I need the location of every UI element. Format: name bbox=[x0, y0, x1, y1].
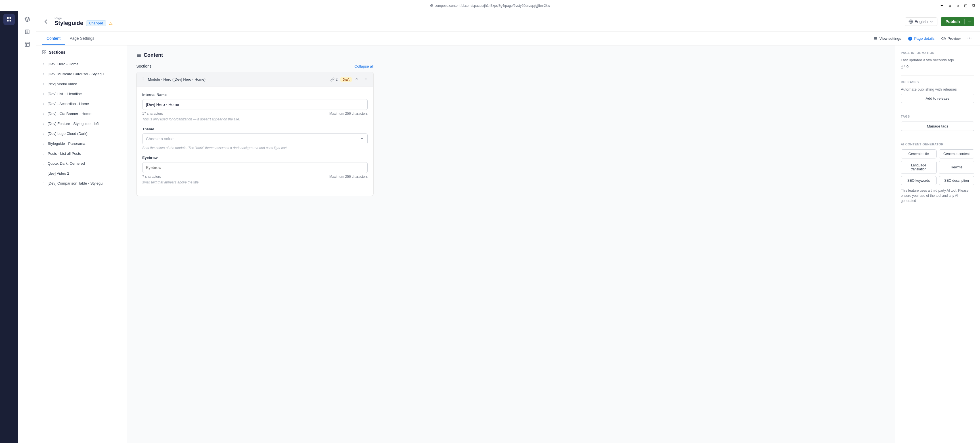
view-settings-button[interactable]: View settings bbox=[870, 35, 904, 43]
section-item-logo[interactable]: [Dev] Logo Cloud (Dark) bbox=[37, 129, 127, 139]
nav-compose-icon[interactable] bbox=[22, 14, 33, 25]
generate-content-button[interactable]: Generate content bbox=[939, 149, 975, 158]
extension-icon-4[interactable]: ⊡ bbox=[963, 3, 969, 8]
seo-keywords-button[interactable]: SEO keywords bbox=[901, 176, 937, 185]
internal-name-field: Internal Name 17 characters Maximum 256 … bbox=[142, 92, 368, 121]
theme-select[interactable]: Choose a value bbox=[142, 134, 368, 144]
extension-icon-1[interactable]: ✦ bbox=[939, 3, 945, 8]
generate-title-button[interactable]: Generate title bbox=[901, 149, 937, 158]
svg-point-21 bbox=[143, 80, 144, 80]
svg-point-22 bbox=[364, 79, 364, 80]
header-right: English Publish bbox=[905, 17, 974, 26]
page-header: Page Styleguide Changed ⚠ English Publis… bbox=[37, 11, 980, 32]
svg-rect-15 bbox=[45, 53, 46, 54]
internal-name-max: Maximum 256 characters bbox=[329, 112, 368, 116]
section-item-comparison[interactable]: [Dev] Comparison Table - Stylegui bbox=[37, 178, 127, 188]
svg-rect-2 bbox=[10, 18, 11, 19]
module-hero-header: Module - Hero ([Dev] Hero - Home) 2 Draf… bbox=[137, 72, 373, 87]
page-details-button[interactable]: Page details bbox=[905, 35, 937, 43]
app-sidebar bbox=[0, 11, 18, 443]
nav-media-icon[interactable] bbox=[22, 38, 33, 50]
drag-handle[interactable] bbox=[141, 77, 145, 82]
language-label: English bbox=[915, 19, 928, 24]
content-header: Content bbox=[136, 52, 374, 58]
sections-title: Sections bbox=[49, 50, 65, 54]
divider-1 bbox=[901, 75, 974, 76]
releases-desc: Automate publishing with releases bbox=[901, 87, 974, 91]
sidebar-toggle-icon[interactable]: ⧉ bbox=[971, 3, 977, 8]
back-button[interactable] bbox=[42, 18, 50, 25]
section-item-accordion[interactable]: [Dev] - Accordion - Home bbox=[37, 99, 127, 109]
preview-button[interactable]: Preview bbox=[939, 35, 964, 43]
svg-point-18 bbox=[142, 79, 143, 79]
url-bar: compose.contentful.com/spaces/jh1n7xpsj7… bbox=[430, 4, 550, 8]
internal-name-input[interactable] bbox=[142, 99, 368, 110]
module-hero-block: Module - Hero ([Dev] Hero - Home) 2 Draf… bbox=[136, 72, 374, 196]
extension-icon-2[interactable]: ◈ bbox=[947, 3, 953, 8]
add-to-release-button[interactable]: Add to release bbox=[901, 94, 974, 103]
ai-buttons-grid: Generate title Generate content Language… bbox=[901, 149, 974, 185]
eyebrow-label: Eyebrow bbox=[142, 156, 368, 160]
section-item-video[interactable]: [dev] Video 2 bbox=[37, 168, 127, 178]
section-body: Internal Name 17 characters Maximum 256 … bbox=[137, 87, 373, 196]
sections-list: [Dev] Hero - Home [Dev] Multicard Carous… bbox=[37, 59, 127, 188]
right-panel: PAGE INFORMATION Last updated a few seco… bbox=[895, 45, 980, 443]
page-info: Page Styleguide Changed ⚠ bbox=[54, 16, 113, 26]
draft-badge: Draft bbox=[340, 77, 352, 82]
eyebrow-input[interactable] bbox=[142, 162, 368, 173]
manage-tags-button[interactable]: Manage tags bbox=[901, 121, 974, 131]
tags-section: TAGS Manage tags bbox=[901, 115, 974, 131]
internal-name-chars: 17 characters bbox=[142, 112, 163, 116]
sidebar-grid-icon[interactable] bbox=[3, 14, 15, 25]
seo-description-button[interactable]: SEO description bbox=[939, 176, 975, 185]
publish-dropdown-button[interactable] bbox=[965, 18, 974, 26]
page-info-section: PAGE INFORMATION Last updated a few seco… bbox=[901, 51, 974, 69]
divider-2 bbox=[901, 110, 974, 110]
language-selector[interactable]: English bbox=[905, 18, 938, 26]
ai-note: This feature uses a third party AI tool.… bbox=[901, 188, 974, 203]
content-title: Content bbox=[144, 52, 163, 58]
svg-rect-3 bbox=[7, 20, 9, 22]
tab-content[interactable]: Content bbox=[42, 33, 65, 45]
eyebrow-hint: small text that appears above the title bbox=[142, 180, 368, 184]
theme-label: Theme bbox=[142, 127, 368, 131]
section-item-multicard[interactable]: [Dev] Multicard Carousel - Stylegu bbox=[37, 69, 127, 79]
section-item-list[interactable]: [Dev] List + Headline bbox=[37, 89, 127, 99]
section-item-feature[interactable]: [Dev] Feature - Styleguide - left bbox=[37, 119, 127, 129]
svg-rect-12 bbox=[43, 51, 44, 52]
svg-point-11 bbox=[970, 38, 972, 38]
page-label: Page bbox=[54, 16, 113, 20]
tab-page-settings[interactable]: Page Settings bbox=[65, 33, 99, 45]
svg-point-17 bbox=[143, 78, 144, 78]
internal-name-meta: 17 characters Maximum 256 characters bbox=[142, 112, 368, 116]
main-content: Content Sections Collapse all bbox=[127, 45, 895, 443]
more-options-button[interactable] bbox=[965, 34, 974, 43]
releases-title: RELEASES bbox=[901, 80, 974, 84]
section-more-button[interactable] bbox=[362, 75, 369, 83]
section-item-posts[interactable]: Posts - List all Posts bbox=[37, 148, 127, 158]
links-row: 0 bbox=[901, 64, 974, 69]
section-item-cta[interactable]: [Dev] - Cta Banner - Home bbox=[37, 109, 127, 119]
eyebrow-chars: 7 characters bbox=[142, 175, 161, 178]
language-translation-button[interactable]: Language translation bbox=[901, 161, 937, 174]
extension-icon-3[interactable]: ○ bbox=[955, 3, 961, 8]
svg-point-9 bbox=[967, 38, 968, 38]
svg-rect-14 bbox=[43, 53, 44, 54]
section-item-quote[interactable]: Quote: Dark, Centered bbox=[37, 158, 127, 168]
section-item-panorama[interactable]: Styleguide - Panorama bbox=[37, 139, 127, 148]
releases-section: RELEASES Automate publishing with releas… bbox=[901, 80, 974, 103]
section-item-hero[interactable]: [Dev] Hero - Home bbox=[37, 59, 127, 69]
sections-sidebar: Sections [Dev] Hero - Home [Dev] Multica… bbox=[37, 45, 127, 443]
section-item-modal[interactable]: [dev] Modal Video bbox=[37, 79, 127, 89]
tab-bar: Content Page Settings View settings Page… bbox=[37, 32, 980, 45]
svg-point-19 bbox=[143, 79, 144, 79]
warning-icon: ⚠ bbox=[109, 21, 113, 25]
publish-button[interactable]: Publish bbox=[941, 17, 964, 26]
rewrite-button[interactable]: Rewrite bbox=[939, 161, 975, 174]
section-expand-button[interactable] bbox=[355, 76, 359, 82]
eyebrow-field: Eyebrow 7 characters Maximum 256 charact… bbox=[142, 156, 368, 184]
svg-point-10 bbox=[969, 38, 970, 38]
collapse-all-button[interactable]: Collapse all bbox=[355, 64, 374, 69]
svg-point-23 bbox=[365, 79, 366, 80]
nav-content-icon[interactable] bbox=[22, 26, 33, 37]
